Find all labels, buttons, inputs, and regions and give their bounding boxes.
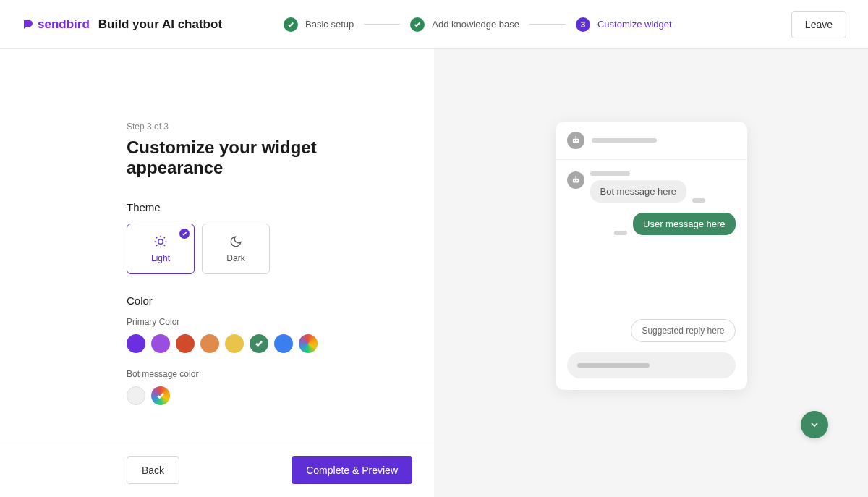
brand-icon [22,18,35,31]
theme-label: Dark [226,253,244,263]
svg-point-7 [576,180,577,182]
color-swatch-custom[interactable] [299,334,318,353]
step-label: Basic setup [305,19,354,30]
color-swatch-orange[interactable] [200,334,219,353]
check-icon [410,17,425,32]
bot-message-bubble: Bot message here [590,180,687,203]
back-button[interactable]: Back [127,456,179,484]
placeholder-input [577,363,650,368]
suggested-reply-area: Suggested reply here [556,319,747,352]
theme-label: Light [151,253,170,263]
placeholder-name [590,171,630,176]
step-number-icon: 3 [576,17,590,32]
message-input[interactable] [567,352,736,378]
chevron-down-icon [809,419,820,430]
brand-tagline: Build your AI chatbot [98,17,222,32]
widget-body: Bot message here User message here [556,160,747,319]
svg-point-3 [576,140,577,142]
color-swatch-custom[interactable] [151,386,170,405]
check-icon [156,391,165,400]
color-swatch-green[interactable] [250,334,268,353]
svg-rect-5 [572,179,578,183]
svg-point-2 [574,140,575,142]
svg-point-0 [158,239,163,245]
bot-color-label: Bot message color [127,369,412,379]
color-swatch-purple[interactable] [127,334,145,353]
suggested-reply-chip[interactable]: Suggested reply here [631,319,735,342]
color-swatch-yellow[interactable] [225,334,244,353]
primary-color-swatches [127,334,412,353]
check-icon [255,339,263,348]
main: Step 3 of 3 Customize your widget appear… [0,49,868,497]
form-footer: Back Complete & Preview [0,443,434,497]
placeholder-title [592,138,657,143]
user-message-row: User message here [567,213,736,235]
bot-message-stack: Bot message here [590,171,706,203]
bot-color-swatches [127,386,412,405]
color-swatch-violet[interactable] [151,334,170,353]
form-pane: Step 3 of 3 Customize your widget appear… [0,49,434,497]
progress-steps: Basic setup Add knowledge base 3 Customi… [284,17,672,32]
selected-badge-icon [179,229,190,239]
brand-logo[interactable]: sendbird [22,17,90,32]
widget-header [556,122,747,160]
widget-toggle-fab[interactable] [801,411,828,438]
sun-icon [153,234,168,249]
svg-point-8 [575,176,576,177]
header: sendbird Build your AI chatbot Basic set… [0,0,868,49]
svg-rect-1 [572,139,578,143]
color-swatch-red[interactable] [176,334,195,353]
color-swatch-blue[interactable] [274,334,293,353]
step-connector [529,24,566,25]
step-label: Add knowledge base [432,19,519,30]
step-connector [364,24,400,25]
step-knowledge-base[interactable]: Add knowledge base [410,17,519,32]
svg-point-4 [575,136,576,137]
bot-avatar-icon [567,132,584,149]
step-label: Customize widget [597,19,672,30]
step-customize-widget[interactable]: 3 Customize widget [576,17,672,32]
user-message-bubble: User message here [633,213,735,235]
step-basic-setup[interactable]: Basic setup [284,17,354,32]
page-title: Customize your widget appearance [127,137,412,178]
header-right: Leave [791,11,846,38]
color-section-label: Color [127,294,412,307]
svg-point-6 [574,180,575,182]
chat-widget-preview: Bot message here User message here Sugge… [556,122,747,390]
color-swatch-light[interactable] [127,386,145,405]
theme-options: Light Dark [127,224,412,274]
primary-color-label: Primary Color [127,317,412,327]
logo-group: sendbird Build your AI chatbot [22,17,222,32]
check-icon [284,17,298,32]
theme-dark[interactable]: Dark [202,224,270,274]
preview-pane: Bot message here User message here Sugge… [434,49,868,497]
placeholder-timestamp [614,231,627,235]
theme-section-label: Theme [127,201,412,213]
bot-avatar-icon [567,171,584,189]
brand-name: sendbird [38,17,90,32]
placeholder-timestamp [692,198,705,203]
step-counter: Step 3 of 3 [127,122,412,132]
leave-button[interactable]: Leave [791,11,846,38]
moon-icon [229,234,243,249]
theme-light[interactable]: Light [127,224,195,274]
complete-preview-button[interactable]: Complete & Preview [292,456,412,484]
bot-message-row: Bot message here [567,171,736,203]
